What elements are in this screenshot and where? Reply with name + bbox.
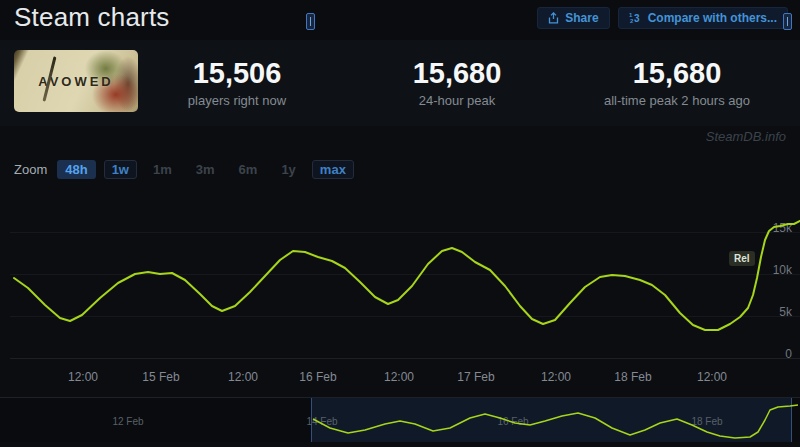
zoom-label: Zoom xyxy=(14,162,47,177)
x-tick-5: 17 Feb xyxy=(446,370,506,384)
x-tick-1: 15 Feb xyxy=(131,370,191,384)
zoom-button-3m: 3m xyxy=(188,160,223,179)
nav-tick-18feb: 18 Feb xyxy=(677,416,737,427)
zoom-button-max[interactable]: max xyxy=(312,160,354,179)
alltime-peak-value: 15,680 xyxy=(537,57,800,90)
svg-text:3: 3 xyxy=(634,13,640,24)
zoom-controls: Zoom 48h 1w 1m 3m 6m 1y max xyxy=(14,160,354,179)
current-players-value: 15,506 xyxy=(137,57,337,90)
gridline-0 xyxy=(10,358,800,359)
alltime-peak-label: all-time peak 2 hours ago xyxy=(537,93,800,108)
y-tick-15k: 15k xyxy=(752,221,792,235)
x-tick-2: 12:00 xyxy=(213,370,273,384)
compare-button-label: Compare with others... xyxy=(648,11,777,25)
navigator-right-handle[interactable] xyxy=(783,13,792,30)
x-tick-7: 18 Feb xyxy=(603,370,663,384)
game-capsule-image[interactable]: AVOWED xyxy=(14,50,138,112)
zoom-button-6m: 6m xyxy=(231,160,266,179)
stat-alltime-peak: 15,680 all-time peak 2 hours ago xyxy=(537,57,800,108)
stat-current-players: 15,506 players right now xyxy=(137,57,337,108)
page-title: Steam charts xyxy=(14,2,170,33)
zoom-button-1y: 1y xyxy=(273,160,303,179)
24h-peak-label: 24-hour peak xyxy=(357,93,557,108)
x-tick-0: 12:00 xyxy=(53,370,113,384)
gridline-10k xyxy=(10,274,800,275)
game-capsule-title: AVOWED xyxy=(38,74,114,89)
24h-peak-value: 15,680 xyxy=(357,57,557,90)
share-button-label: Share xyxy=(565,11,598,25)
x-tick-4: 12:00 xyxy=(369,370,429,384)
share-button[interactable]: Share xyxy=(537,7,609,29)
release-flag[interactable]: Rel xyxy=(729,251,755,266)
nav-tick-14feb: 14 Feb xyxy=(292,416,352,427)
nav-tick-12feb: 12 Feb xyxy=(98,416,158,427)
navigator[interactable]: 12 Feb 14 Feb 16 Feb 18 Feb xyxy=(0,397,800,442)
header-actions: Share 1 2 3 Compare with others... xyxy=(537,7,788,29)
x-tick-3: 16 Feb xyxy=(288,370,348,384)
gridline-15k xyxy=(10,232,800,233)
y-tick-10k: 10k xyxy=(752,263,792,277)
y-tick-0: 0 xyxy=(752,347,792,361)
x-tick-8: 12:00 xyxy=(682,370,742,384)
current-players-label: players right now xyxy=(137,93,337,108)
y-tick-5k: 5k xyxy=(752,305,792,319)
steamdb-watermark: SteamDB.info xyxy=(706,129,786,144)
stat-24h-peak: 15,680 24-hour peak xyxy=(357,57,557,108)
zoom-button-48h[interactable]: 48h xyxy=(57,160,95,179)
zoom-button-1m: 1m xyxy=(145,160,180,179)
nav-tick-16feb: 16 Feb xyxy=(483,416,543,427)
x-tick-6: 12:00 xyxy=(526,370,586,384)
share-icon xyxy=(548,12,559,24)
compare-button[interactable]: 1 2 3 Compare with others... xyxy=(618,7,788,29)
navigator-left-handle[interactable] xyxy=(306,13,315,30)
compare-numeric-list-icon: 1 2 3 xyxy=(629,12,642,24)
zoom-button-1w[interactable]: 1w xyxy=(104,160,137,179)
gridline-5k xyxy=(10,316,800,317)
